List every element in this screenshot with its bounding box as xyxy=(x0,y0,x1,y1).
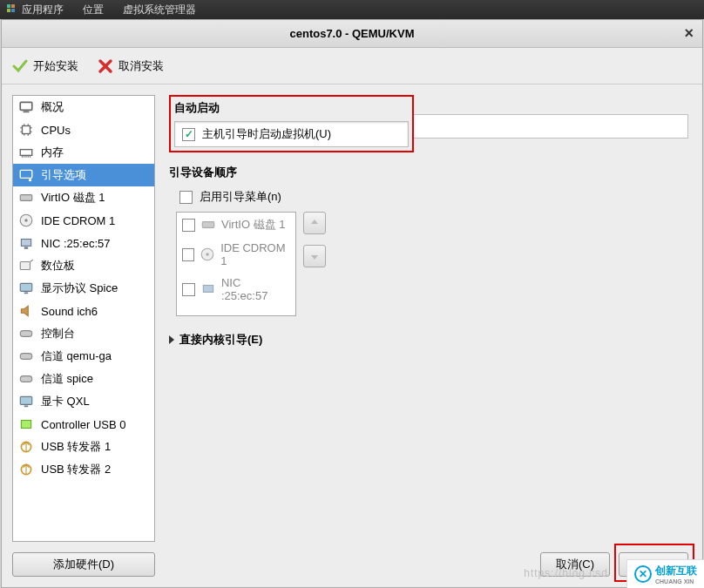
boot-item-nic[interactable]: NIC :25:ec:57 xyxy=(177,272,295,307)
window-titlebar: centos7.0 - QEMU/KVM × xyxy=(2,20,702,48)
boot-menu-label[interactable]: 启用引导菜单(n) xyxy=(200,189,281,205)
svg-point-28 xyxy=(206,253,208,255)
start-install-label: 开始安装 xyxy=(33,58,78,74)
boot-icon xyxy=(18,167,34,183)
sidebar-item-usb-redir2[interactable]: USB 转发器 2 xyxy=(13,458,154,481)
svg-rect-26 xyxy=(202,222,214,228)
sidebar-item-usb-redir1[interactable]: USB 转发器 1 xyxy=(13,436,154,458)
sidebar-item-label: VirtIO 磁盘 1 xyxy=(41,190,105,206)
sidebar-item-cpus[interactable]: CPUs xyxy=(13,118,154,141)
nic-icon xyxy=(200,281,216,297)
usb-ctrl-icon xyxy=(18,416,34,432)
sidebar-item-label: 信道 qemu-ga xyxy=(41,348,112,364)
hardware-list[interactable]: 概况 CPUs 内存 引导选项 VirtIO 磁盘 1 xyxy=(12,95,155,542)
sidebar-item-label: CPUs xyxy=(41,124,71,137)
svg-rect-19 xyxy=(20,354,32,360)
sidebar-item-label: 显卡 QXL xyxy=(41,394,90,409)
close-button[interactable]: × xyxy=(684,24,694,43)
start-install-button[interactable]: 开始安装 xyxy=(9,56,82,77)
sidebar-item-nic[interactable]: NIC :25:ec:57 xyxy=(13,232,154,254)
move-down-button[interactable] xyxy=(303,245,326,267)
sidebar-item-cdrom[interactable]: IDE CDROM 1 xyxy=(13,209,154,232)
sidebar-item-overview[interactable]: 概况 xyxy=(13,96,154,118)
svg-rect-7 xyxy=(20,150,32,156)
autostart-checkbox[interactable] xyxy=(182,128,195,141)
sidebar-item-disk[interactable]: VirtIO 磁盘 1 xyxy=(13,186,154,209)
svg-rect-13 xyxy=(21,240,30,247)
sidebar-item-console[interactable]: 控制台 xyxy=(13,322,154,345)
sidebar-item-label: 显示协议 Spice xyxy=(41,280,118,296)
watermark-url: https://blog.csd xyxy=(524,567,608,579)
sidebar-item-channel-spice[interactable]: 信道 spice xyxy=(13,368,154,390)
sidebar-item-label: IDE CDROM 1 xyxy=(41,214,115,227)
sidebar-item-label: 控制台 xyxy=(41,326,75,341)
boot-item-cdrom[interactable]: IDE CDROM 1 xyxy=(177,237,295,272)
sidebar-item-tablet[interactable]: 数位板 xyxy=(13,254,154,277)
x-icon xyxy=(98,58,113,74)
move-up-button[interactable] xyxy=(303,212,326,234)
cdrom-icon xyxy=(18,213,34,228)
sidebar-item-label: 内存 xyxy=(41,145,64,160)
apps-menu[interactable]: 应用程序 xyxy=(7,3,64,17)
sidebar-item-boot[interactable]: 引导选项 xyxy=(13,164,154,186)
watermark-sub: CHUANG XIN xyxy=(655,578,697,585)
sidebar-item-label: 概况 xyxy=(41,99,64,115)
cdrom-icon xyxy=(200,247,215,262)
sidebar-item-channel-qemu[interactable]: 信道 qemu-ga xyxy=(13,345,154,368)
sound-icon xyxy=(18,303,34,319)
svg-rect-3 xyxy=(11,9,15,12)
svg-rect-2 xyxy=(7,9,10,12)
svg-rect-29 xyxy=(203,286,213,293)
places-menu[interactable]: 位置 xyxy=(83,3,104,17)
sidebar-item-usb-ctrl[interactable]: Controller USB 0 xyxy=(13,413,154,436)
svg-rect-22 xyxy=(24,406,29,408)
boot-item-disk[interactable]: VirtIO 磁盘 1 xyxy=(177,213,295,237)
sidebar-item-label: 引导选项 xyxy=(41,167,86,183)
sidebar-item-label: USB 转发器 2 xyxy=(41,462,111,477)
boot-item-label: NIC :25:ec:57 xyxy=(221,276,290,302)
memory-icon xyxy=(18,145,34,160)
add-hardware-button[interactable]: 添加硬件(D) xyxy=(12,552,155,577)
svg-rect-16 xyxy=(20,283,32,291)
boot-item-checkbox[interactable] xyxy=(182,248,194,261)
svg-rect-10 xyxy=(20,195,32,201)
disk-icon xyxy=(18,190,34,206)
display-icon xyxy=(18,280,34,296)
autostart-highlight: 自动启动 主机引导时启动虚拟机(U) xyxy=(169,95,414,152)
svg-rect-0 xyxy=(7,4,10,8)
boot-item-checkbox[interactable] xyxy=(182,219,195,232)
svg-rect-21 xyxy=(20,396,32,404)
direct-kernel-label: 直接内核引导(E) xyxy=(179,332,262,348)
boot-device-list[interactable]: VirtIO 磁盘 1 IDE CDROM 1 NIC :25:ec:57 xyxy=(176,212,296,316)
vm-window: centos7.0 - QEMU/KVM × 开始安装 取消安装 概况 xyxy=(1,19,703,588)
sidebar-item-memory[interactable]: 内存 xyxy=(13,141,154,164)
channel-icon xyxy=(18,348,34,364)
hardware-sidebar: 概况 CPUs 内存 引导选项 VirtIO 磁盘 1 xyxy=(2,84,155,587)
console-icon xyxy=(18,326,34,341)
boot-menu-checkbox[interactable] xyxy=(179,191,193,204)
boot-item-label: VirtIO 磁盘 1 xyxy=(221,217,285,233)
centos-logo-icon xyxy=(7,3,16,12)
cpu-icon xyxy=(18,122,34,138)
svg-rect-4 xyxy=(20,102,32,110)
direct-kernel-expander[interactable]: 直接内核引导(E) xyxy=(169,332,688,348)
toolbar: 开始安装 取消安装 xyxy=(2,48,702,84)
overview-icon xyxy=(18,99,34,115)
sidebar-item-display[interactable]: 显示协议 Spice xyxy=(13,277,154,300)
video-icon xyxy=(18,394,34,409)
vmm-menu[interactable]: 虚拟系统管理器 xyxy=(123,3,196,17)
desktop-menubar: 应用程序 位置 虚拟系统管理器 xyxy=(0,0,704,19)
svg-rect-8 xyxy=(20,170,32,178)
svg-rect-18 xyxy=(20,331,32,337)
watermark-text: 创新互联 xyxy=(655,564,697,578)
cancel-install-label: 取消安装 xyxy=(118,58,164,74)
sidebar-item-sound[interactable]: Sound ich6 xyxy=(13,300,154,322)
svg-rect-15 xyxy=(20,262,30,270)
autostart-label[interactable]: 主机引导时启动虚拟机(U) xyxy=(202,126,331,142)
svg-point-12 xyxy=(24,219,27,221)
svg-rect-5 xyxy=(24,112,30,113)
nic-icon xyxy=(18,235,34,251)
boot-item-checkbox[interactable] xyxy=(182,283,195,296)
sidebar-item-video[interactable]: 显卡 QXL xyxy=(13,390,154,413)
cancel-install-button[interactable]: 取消安装 xyxy=(94,56,167,77)
